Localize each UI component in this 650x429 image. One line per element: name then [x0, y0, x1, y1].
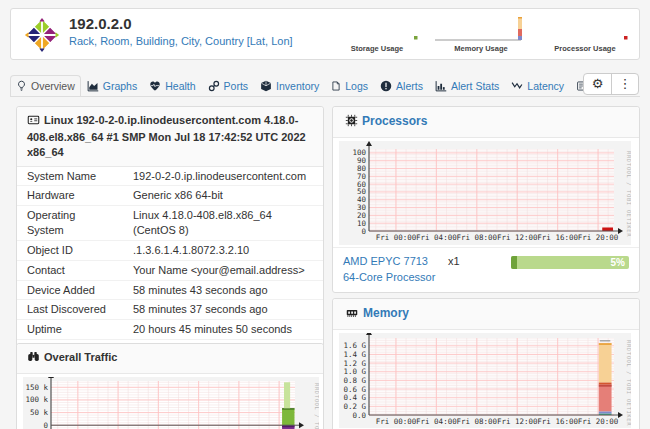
binoculars-icon — [27, 350, 40, 367]
device-header-card: 192.0.2.0 Rack, Room, Building, City, Co… — [10, 8, 640, 60]
info-value: Generic x86 64-bit — [123, 186, 323, 206]
system-info-row: System Name192-0-2-0.ip.linodeuserconten… — [17, 167, 323, 186]
svg-text:RRDTOOL / TOBI OETIKER: RRDTOOL / TOBI OETIKER — [314, 383, 319, 429]
svg-text:150 k: 150 k — [25, 383, 48, 392]
svg-text:100 k: 100 k — [25, 395, 48, 404]
lightbulb-icon — [16, 80, 27, 92]
system-info-row: HardwareGeneric x86 64-bit — [17, 186, 323, 206]
svg-text:0.6 G: 0.6 G — [343, 385, 366, 394]
tab-logs[interactable]: Logs — [325, 75, 374, 97]
processors-panel-heading: Processors — [333, 107, 639, 138]
kebab-icon: ⋮ — [619, 76, 632, 91]
area-chart-icon — [87, 80, 99, 92]
info-label: Hardware — [17, 186, 123, 206]
svg-text:1.4 G: 1.4 G — [343, 350, 366, 359]
sparkline-label: Memory Usage — [433, 44, 529, 53]
tab-label: Health — [165, 80, 195, 92]
overall-traffic-graph[interactable]: 150 k100 k50 k0RRDTOOL / TOBI OETIKER — [17, 374, 323, 429]
svg-text:0.8 G: 0.8 G — [343, 376, 366, 385]
tab-alerts[interactable]: Alerts — [374, 75, 429, 97]
cpu-count: x1 — [448, 255, 460, 267]
memory-panel-heading: Memory — [333, 299, 639, 330]
sparkline-memory[interactable]: Memory Usage — [433, 14, 529, 53]
memory-graph[interactable]: 1.6 G1.4 G1.2 G1.0 G0.8 G0.6 G0.4 G0.2 G… — [333, 330, 639, 429]
info-value: 192-0-2-0.ip.linodeusercontent.com — [123, 167, 323, 186]
svg-text:Fri 16:00: Fri 16:00 — [537, 233, 578, 242]
svg-text:Fri 00:00: Fri 00:00 — [376, 417, 417, 426]
info-value: .1.3.6.1.4.1.8072.3.2.10 — [123, 240, 323, 260]
file-icon — [331, 80, 341, 92]
cpu-usage-fill — [511, 256, 517, 269]
overall-traffic-panel: Overall Traffic 150 k100 k50 k0RRDTOOL /… — [16, 343, 324, 429]
tab-label: Graphs — [103, 80, 137, 92]
memory-icon — [345, 307, 359, 323]
svg-text:0: 0 — [43, 421, 48, 429]
info-label: Contact — [17, 260, 123, 280]
system-panel-heading: Linux 192-0-2-0.ip.linodeusercontent.com… — [17, 107, 323, 167]
svg-text:0.0: 0.0 — [352, 411, 366, 420]
system-info-row: ContactYour Name <your@email.address> — [17, 260, 323, 280]
svg-text:Fri 08:00: Fri 08:00 — [456, 233, 497, 242]
tab-label: Ports — [224, 80, 249, 92]
system-info-row: Object ID.1.3.6.1.4.1.8072.3.2.10 — [17, 240, 323, 260]
svg-text:Fri 04:00: Fri 04:00 — [416, 417, 457, 426]
tab-inventory[interactable]: Inventory — [254, 75, 325, 97]
svg-text:1.0 G: 1.0 G — [343, 367, 366, 376]
svg-text:50 k: 50 k — [30, 408, 49, 417]
info-value: Linux 4.18.0-408.el8.x86_64 (CentOS 8) — [123, 206, 323, 241]
sparkline-label: Storage Usage — [329, 44, 425, 53]
info-label: Operating System — [17, 206, 123, 241]
svg-text:Fri 20:00: Fri 20:00 — [578, 417, 619, 426]
gear-icon: ⚙ — [592, 76, 604, 91]
tab-ports[interactable]: Ports — [202, 75, 255, 97]
svg-text:0.2 G: 0.2 G — [343, 402, 366, 411]
device-title: 192.0.2.0 — [69, 15, 293, 32]
info-value: 58 minutes 43 seconds ago — [123, 280, 323, 300]
processors-panel-title: Processors — [362, 114, 427, 128]
memory-panel-title: Memory — [363, 306, 409, 320]
cpu-subtitle-link[interactable]: 64-Core Processor — [343, 271, 435, 283]
device-actions-group: ⚙ ⋮ — [583, 73, 639, 95]
svg-text:0: 0 — [361, 227, 366, 236]
sparkline-label: Processor Usage — [537, 44, 633, 53]
tab-label: Logs — [345, 80, 368, 92]
sparkline-processor[interactable]: Processor Usage — [537, 14, 633, 53]
cpu-row: AMD EPYC 7713x1 64-Core Processor 5% — [333, 247, 639, 292]
svg-text:0.4 G: 0.4 G — [343, 393, 366, 402]
svg-text:Fri 08:00: Fri 08:00 — [456, 417, 497, 426]
system-info-row: Operating SystemLinux 4.18.0-408.el8.x86… — [17, 206, 323, 241]
tab-alert-stats[interactable]: Alert Stats — [429, 75, 505, 97]
cube-icon — [260, 80, 272, 92]
info-label: Device Added — [17, 280, 123, 300]
info-value: Your Name <your@email.address> — [123, 260, 323, 280]
info-label: Uptime — [17, 320, 123, 340]
svg-text:Fri 04:00: Fri 04:00 — [416, 233, 457, 242]
settings-button[interactable]: ⚙ — [584, 74, 611, 94]
tab-label: Latency — [527, 80, 564, 92]
line-chart-icon — [511, 80, 523, 92]
tab-label: Alerts — [396, 80, 423, 92]
microchip-icon — [345, 114, 358, 131]
more-menu-button[interactable]: ⋮ — [611, 74, 638, 94]
tab-graphs[interactable]: Graphs — [81, 75, 143, 97]
svg-text:Fri 16:00: Fri 16:00 — [537, 417, 578, 426]
sparkline-storage[interactable]: Storage Usage — [329, 14, 425, 53]
device-location-link[interactable]: Rack, Room, Building, City, Country [Lat… — [69, 35, 293, 47]
heartbeat-icon — [149, 80, 161, 92]
info-label: Last Discovered — [17, 300, 123, 320]
info-label: System Name — [17, 167, 123, 186]
system-info-row: Uptime20 hours 45 minutes 50 seconds — [17, 320, 323, 340]
svg-text:Fri 20:00: Fri 20:00 — [578, 233, 619, 242]
system-description: Linux 192-0-2-0.ip.linodeusercontent.com… — [27, 114, 306, 158]
tab-latency[interactable]: Latency — [505, 75, 570, 97]
cpu-usage-bar: 5% — [511, 256, 629, 269]
tab-overview[interactable]: Overview — [10, 75, 81, 97]
svg-text:Fri 00:00: Fri 00:00 — [376, 233, 417, 242]
tab-health[interactable]: Health — [143, 75, 201, 97]
alert-circle-icon — [380, 80, 392, 92]
processors-graph[interactable]: 1009080706050403020100Fri 00:00Fri 04:00… — [333, 138, 639, 247]
svg-text:RRDTOOL / TOBI OETIKER: RRDTOOL / TOBI OETIKER — [626, 151, 631, 237]
cpu-name-link[interactable]: AMD EPYC 7713 — [343, 255, 428, 267]
header-usage-sparklines: Storage UsageMemory UsageProcessor Usage — [329, 14, 633, 53]
tab-label: Overview — [31, 80, 75, 92]
